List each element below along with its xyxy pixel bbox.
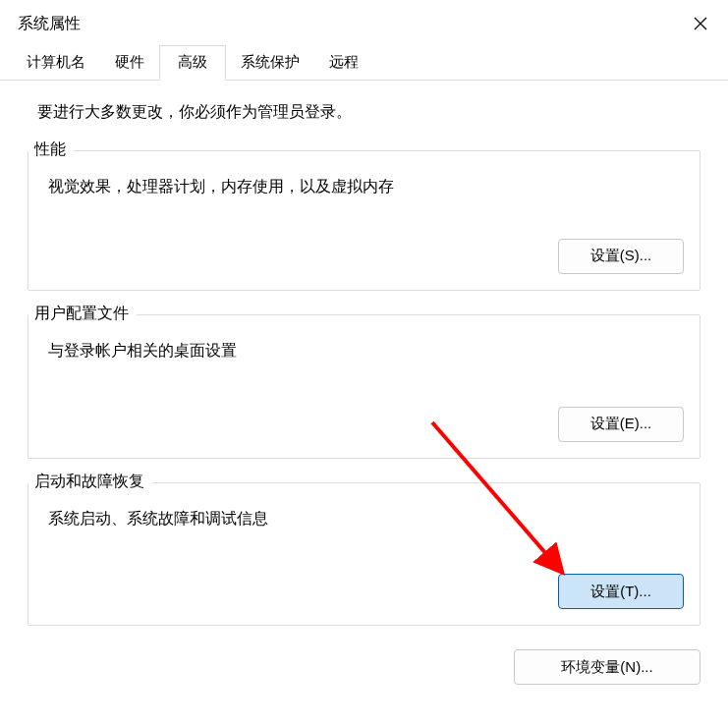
tab-hardware[interactable]: 硬件	[100, 45, 159, 80]
environment-variables-button[interactable]: 环境变量(N)...	[514, 649, 700, 685]
admin-instruction: 要进行大多数更改，你必须作为管理员登录。	[28, 102, 700, 123]
tab-advanced[interactable]: 高级	[159, 45, 226, 81]
group-performance: 性能 视觉效果，处理器计划，内存使用，以及虚拟内存 设置(S)...	[28, 150, 700, 291]
env-row: 环境变量(N)...	[28, 649, 700, 685]
startup-legend: 启动和故障恢复	[28, 472, 152, 492]
close-button[interactable]	[691, 14, 710, 33]
window-title: 系统属性	[18, 14, 81, 34]
titlebar: 系统属性	[0, 0, 728, 45]
tab-computer-name[interactable]: 计算机名	[12, 45, 100, 80]
performance-settings-button[interactable]: 设置(S)...	[558, 239, 684, 274]
startup-settings-button[interactable]: 设置(T)...	[558, 574, 684, 609]
tab-strip: 计算机名 硬件 高级 系统保护 远程	[0, 45, 728, 81]
performance-legend: 性能	[28, 139, 74, 160]
user-profile-legend: 用户配置文件	[28, 304, 137, 324]
group-startup-recovery: 启动和故障恢复 系统启动、系统故障和调试信息 设置(T)...	[28, 482, 700, 627]
tab-content: 要进行大多数更改，你必须作为管理员登录。 性能 视觉效果，处理器计划，内存使用，…	[0, 81, 728, 700]
tab-system-protection[interactable]: 系统保护	[226, 45, 314, 80]
group-user-profile: 用户配置文件 与登录帐户相关的桌面设置 设置(E)...	[28, 314, 700, 459]
user-profile-desc: 与登录帐户相关的桌面设置	[44, 339, 684, 363]
performance-desc: 视觉效果，处理器计划，内存使用，以及虚拟内存	[44, 175, 684, 199]
user-profile-settings-button[interactable]: 设置(E)...	[558, 407, 684, 442]
tab-remote[interactable]: 远程	[314, 45, 373, 80]
startup-desc: 系统启动、系统故障和调试信息	[44, 507, 684, 531]
close-icon	[694, 17, 707, 30]
